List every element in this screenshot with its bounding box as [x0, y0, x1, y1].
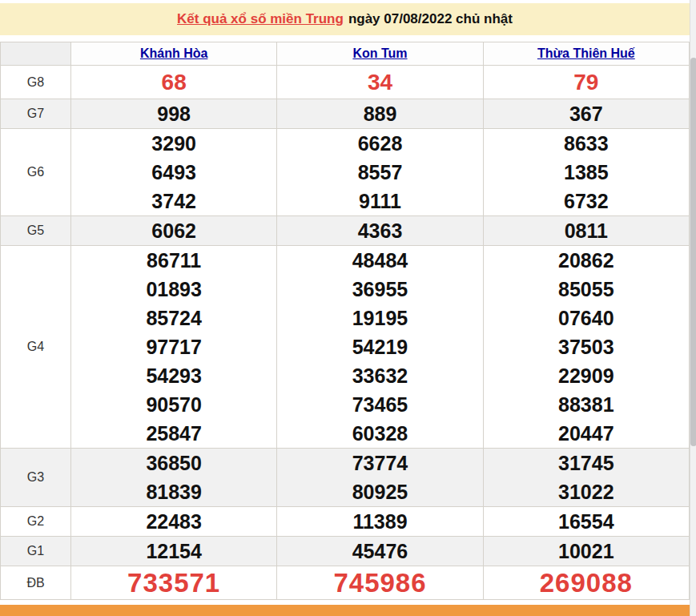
result-number: 60328 [277, 419, 482, 448]
province-link-0[interactable]: Khánh Hòa [140, 46, 207, 60]
result-number: 37503 [484, 332, 689, 361]
table-body: G8683479G7998889367G63290649337426628855… [1, 66, 690, 600]
result-cell: 269088 [483, 566, 689, 600]
scrollbar-track[interactable] [690, 0, 696, 616]
prize-label: G7 [1, 99, 71, 129]
prize-row-G7: G7998889367 [1, 99, 690, 129]
result-number: 80925 [277, 477, 482, 506]
column-header-cell: Khánh Hòa [71, 42, 277, 66]
result-number: 85055 [484, 275, 689, 304]
prize-row-G2: G2224831138916554 [1, 507, 690, 537]
prize-label: G4 [1, 246, 71, 449]
result-number: 97717 [71, 332, 276, 361]
result-number: 12154 [71, 537, 276, 566]
scrollbar-thumb[interactable] [690, 58, 696, 446]
result-number: 07640 [484, 304, 689, 332]
result-number: 86711 [71, 246, 276, 275]
result-number: 54293 [71, 361, 276, 390]
result-cell: 45476 [277, 537, 483, 566]
prize-label: G3 [1, 449, 71, 507]
result-number: 48484 [277, 246, 482, 275]
province-link-2[interactable]: Thừa Thiên Huế [537, 46, 635, 60]
result-cell: 20862850550764037503229098838120447 [483, 246, 689, 449]
prize-label: G5 [1, 216, 71, 246]
result-cell: 4363 [277, 216, 483, 246]
prize-row-G1: G1121544547610021 [1, 537, 690, 566]
result-cell: 7377480925 [277, 449, 483, 507]
prize-label: G8 [1, 66, 71, 99]
result-cell: 48484369551919554219336327346560328 [277, 246, 483, 449]
bottom-accent-bar [0, 605, 690, 616]
result-number: 8557 [277, 158, 482, 187]
result-cell: 889 [277, 99, 483, 129]
result-number: 6628 [277, 129, 482, 158]
corner-cell [1, 42, 71, 66]
result-number: 889 [277, 99, 482, 128]
prize-row-G6: G6329064933742662885579111863313856732 [1, 129, 690, 216]
result-number: 745986 [277, 566, 482, 599]
prize-row-G4: G486711018938572497717542939057025847484… [1, 246, 690, 449]
result-number: 6493 [71, 158, 276, 187]
result-number: 19195 [277, 304, 482, 332]
result-number: 22909 [484, 361, 689, 390]
result-cell: 12154 [71, 537, 277, 566]
result-number: 998 [71, 99, 276, 128]
result-number: 45476 [277, 537, 482, 566]
result-number: 25847 [71, 419, 276, 448]
result-number: 73774 [277, 449, 482, 477]
result-number: 6732 [484, 187, 689, 215]
result-cell: 22483 [71, 507, 277, 537]
prize-label: ĐB [1, 566, 71, 600]
result-number: 367 [484, 99, 689, 128]
result-number: 85724 [71, 304, 276, 332]
result-cell: 367 [483, 99, 689, 129]
result-number: 36850 [71, 449, 276, 477]
result-number: 0811 [484, 216, 689, 245]
result-number: 33632 [277, 361, 482, 390]
result-cell: 3174531022 [483, 449, 689, 507]
result-number: 11389 [277, 507, 482, 536]
result-number: 4363 [277, 216, 482, 245]
result-number: 88381 [484, 390, 689, 419]
result-cell: 86711018938572497717542939057025847 [71, 246, 277, 449]
result-number: 90570 [71, 390, 276, 419]
province-link-1[interactable]: Kon Tum [352, 46, 407, 60]
result-number: 31745 [484, 449, 689, 477]
result-number: 733571 [71, 566, 276, 599]
result-number: 9111 [277, 187, 482, 215]
result-number: 1385 [484, 158, 689, 187]
result-cell: 34 [277, 66, 483, 99]
result-number: 01893 [71, 275, 276, 304]
result-cell: 0811 [483, 216, 689, 246]
result-number: 81839 [71, 477, 276, 506]
region-title-link[interactable]: Kết quả xổ số miền Trung [177, 11, 344, 27]
result-number: 20447 [484, 419, 689, 448]
result-number: 16554 [484, 507, 689, 536]
result-number: 3290 [71, 129, 276, 158]
result-cell: 68 [71, 66, 277, 99]
result-cell: 16554 [483, 507, 689, 537]
column-header-cell: Thừa Thiên Huế [483, 42, 689, 66]
table-header-row: Khánh HòaKon TumThừa Thiên Huế [1, 42, 690, 66]
result-number: 54219 [277, 332, 482, 361]
prize-label: G2 [1, 507, 71, 537]
result-cell: 11389 [277, 507, 483, 537]
result-number: 6062 [71, 216, 276, 245]
prize-label: G6 [1, 129, 71, 216]
result-cell: 863313856732 [483, 129, 689, 216]
result-cell: 998 [71, 99, 277, 129]
title-date-text: ngày 07/08/2022 chủ nhật [348, 11, 513, 27]
result-number: 20862 [484, 246, 689, 275]
page: Kết quả xổ số miền Trung ngày 07/08/2022… [0, 0, 696, 616]
result-number: 22483 [71, 507, 276, 536]
column-header-cell: Kon Tum [277, 42, 483, 66]
result-number: 73465 [277, 390, 482, 419]
result-cell: 329064933742 [71, 129, 277, 216]
result-number: 68 [71, 66, 276, 99]
result-number: 3742 [71, 187, 276, 215]
result-cell: 662885579111 [277, 129, 483, 216]
prize-row-G3: G3368508183973774809253174531022 [1, 449, 690, 507]
result-cell: 733571 [71, 566, 277, 600]
result-cell: 3685081839 [71, 449, 277, 507]
prize-row-G5: G5606243630811 [1, 216, 690, 246]
